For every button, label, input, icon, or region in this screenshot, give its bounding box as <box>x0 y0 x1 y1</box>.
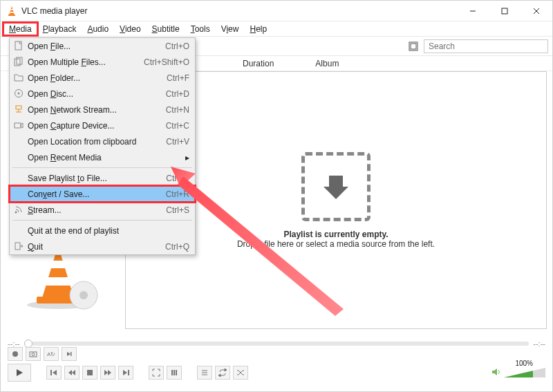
menu-item-save-playlist-to-file[interactable]: Save Playlist to File...Ctrl+Y <box>10 170 195 186</box>
file-icon <box>13 40 24 51</box>
menu-item-open-folder[interactable]: Open Folder...Ctrl+F <box>10 70 195 86</box>
svg-marker-56 <box>492 368 497 375</box>
menu-view[interactable]: View <box>216 23 245 35</box>
svg-rect-1 <box>8 15 15 16</box>
menu-media[interactable]: Media <box>3 23 37 35</box>
svg-marker-55 <box>218 374 221 377</box>
svg-rect-2 <box>10 9 13 10</box>
svg-marker-58 <box>504 371 533 377</box>
next-button[interactable] <box>118 366 133 380</box>
capture-icon <box>13 120 24 131</box>
svg-marker-42 <box>72 370 75 375</box>
ab-loop-button[interactable]: A↻ <box>44 347 59 361</box>
menu-item-label: Quit <box>28 242 165 252</box>
menu-item-label: Open Network Stream... <box>28 105 166 115</box>
play-button[interactable] <box>8 364 31 382</box>
column-album[interactable]: Album <box>315 59 339 68</box>
maximize-button[interactable] <box>489 1 521 21</box>
blank-icon <box>13 225 24 236</box>
menu-item-quit-at-the-end-of-playlist[interactable]: Quit at the end of playlist <box>10 223 195 239</box>
menu-item-label: Convert / Save... <box>28 189 166 199</box>
menu-item-shortcut: Ctrl+S <box>166 205 189 215</box>
files-icon <box>13 56 24 67</box>
empty-line1: Playlist is currently empty. <box>283 230 388 239</box>
svg-marker-54 <box>225 368 227 371</box>
svg-marker-36 <box>67 352 71 356</box>
menu-item-shortcut: Ctrl+N <box>166 105 189 115</box>
menu-item-shortcut: Ctrl+V <box>166 137 189 147</box>
menu-item-shortcut: Ctrl+Y <box>166 174 189 183</box>
svg-rect-17 <box>15 41 21 50</box>
playlist-button[interactable] <box>197 366 212 380</box>
snapshot-button[interactable] <box>26 347 41 361</box>
view-mode-icon[interactable] <box>406 39 421 54</box>
menu-help[interactable]: Help <box>244 23 272 35</box>
volume-slider[interactable] <box>504 366 545 379</box>
fullscreen-button[interactable] <box>149 366 164 380</box>
seek-track[interactable] <box>24 342 529 346</box>
stop-button[interactable] <box>82 366 97 380</box>
secondary-controls: A↻ <box>8 347 77 361</box>
menu-item-shortcut: Ctrl+F <box>167 73 189 83</box>
menu-separator <box>12 167 192 168</box>
blank-icon <box>13 136 24 147</box>
menu-tools[interactable]: Tools <box>185 23 216 35</box>
previous-button[interactable] <box>46 366 62 380</box>
svg-rect-25 <box>15 123 21 128</box>
speaker-icon[interactable] <box>491 368 501 377</box>
svg-point-32 <box>12 351 18 357</box>
volume-control[interactable]: 100% <box>491 366 545 379</box>
time-total: --:-- <box>533 339 545 348</box>
menu-item-label: Open Capture Device... <box>28 121 166 131</box>
shuffle-button[interactable] <box>233 366 248 380</box>
rewind-button[interactable] <box>64 366 79 380</box>
frame-step-button[interactable] <box>62 347 77 361</box>
menu-item-stream[interactable]: Stream...Ctrl+S <box>10 202 195 218</box>
svg-marker-38 <box>17 369 23 376</box>
menu-item-open-file[interactable]: Open File...Ctrl+O <box>10 38 195 54</box>
svg-rect-13 <box>46 277 71 286</box>
menu-item-open-capture-device[interactable]: Open Capture Device...Ctrl+C <box>10 118 195 133</box>
record-button[interactable] <box>8 347 23 361</box>
svg-rect-28 <box>15 243 20 250</box>
menu-item-open-location-from-clipboard[interactable]: Open Location from clipboardCtrl+V <box>10 133 195 149</box>
seek-bar[interactable]: --:-- --:-- <box>8 339 545 348</box>
menu-item-shortcut: Ctrl+Q <box>165 242 189 252</box>
menu-item-label: Open File... <box>28 41 165 51</box>
title-bar: VLC media player <box>1 1 552 21</box>
search-input[interactable] <box>424 39 548 53</box>
menu-item-shortcut: Ctrl+Shift+O <box>144 57 189 67</box>
svg-marker-46 <box>123 370 127 375</box>
network-icon <box>13 104 24 115</box>
menu-playback[interactable]: Playback <box>37 23 82 35</box>
svg-rect-43 <box>87 370 93 375</box>
minimize-button[interactable] <box>457 1 489 21</box>
menu-item-open-recent-media[interactable]: Open Recent Media▸ <box>10 149 195 165</box>
loop-button[interactable] <box>215 366 230 380</box>
menu-item-open-disc[interactable]: Open Disc...Ctrl+D <box>10 86 195 102</box>
menu-item-convert-save[interactable]: Convert / Save...Ctrl+R <box>10 186 195 202</box>
menu-item-open-network-stream[interactable]: Open Network Stream...Ctrl+N <box>10 102 195 118</box>
menu-subtitle[interactable]: Subtitle <box>147 23 185 35</box>
svg-marker-40 <box>53 370 57 375</box>
menu-audio[interactable]: Audio <box>82 23 114 35</box>
extended-settings-button[interactable] <box>167 366 182 380</box>
menu-item-quit[interactable]: QuitCtrl+Q <box>10 239 195 254</box>
menu-item-shortcut: Ctrl+R <box>166 189 189 199</box>
menu-item-shortcut: Ctrl+D <box>166 89 189 99</box>
disc-icon <box>13 88 24 99</box>
menu-item-shortcut: Ctrl+O <box>165 41 189 51</box>
menu-video[interactable]: Video <box>114 23 146 35</box>
menu-bar: MediaPlaybackAudioVideoSubtitleToolsView… <box>1 21 552 37</box>
menu-item-label: Open Multiple Files... <box>28 57 144 67</box>
column-duration[interactable]: Duration <box>243 59 274 68</box>
menu-item-label: Quit at the end of playlist <box>28 226 189 236</box>
menu-item-open-multiple-files[interactable]: Open Multiple Files...Ctrl+Shift+O <box>10 54 195 70</box>
svg-marker-44 <box>104 370 108 375</box>
media-menu-dropdown: Open File...Ctrl+OOpen Multiple Files...… <box>9 37 196 255</box>
forward-button[interactable] <box>100 366 115 380</box>
close-button[interactable] <box>521 1 552 21</box>
menu-item-label: Save Playlist to File... <box>28 174 166 183</box>
svg-rect-5 <box>502 8 507 14</box>
menu-separator <box>12 220 192 221</box>
